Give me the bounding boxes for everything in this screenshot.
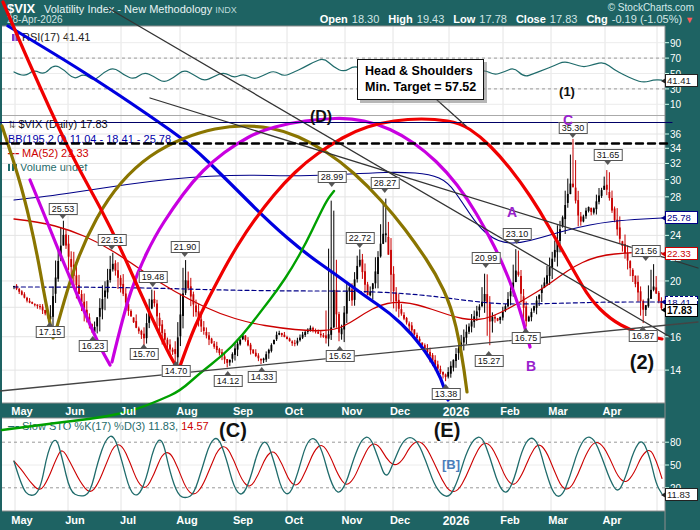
rsi-indicator-icon	[12, 34, 19, 41]
quote-label: Open	[320, 13, 348, 25]
month-axis-strip-osc	[0, 511, 700, 530]
sto-line-icon: —	[8, 420, 19, 432]
updown-arrows-icon: ⇅	[8, 119, 16, 130]
change-down-triangle-icon[interactable]: ▼	[685, 15, 694, 25]
date-label: 28-Apr-2026	[7, 14, 63, 25]
quote-label: High	[388, 13, 412, 25]
volume-bars-icon	[8, 163, 17, 171]
quote-value: 17.78	[479, 13, 507, 25]
price-and-rsi-panel	[2, 26, 665, 403]
quote-label: Close	[516, 13, 546, 25]
ma-line-icon: —	[8, 147, 19, 159]
exchange-label: INDX	[215, 5, 237, 15]
quote-label: Low	[453, 13, 475, 25]
month-axis-strip-main	[0, 403, 700, 418]
bollinger-legend: BB(195,2.0) 11.04 - 18.41 - 25.78	[8, 133, 171, 146]
rsi-legend: RSI(17) 41.41	[12, 31, 90, 44]
head-and-shoulders-annotation: Head & Shoulders Min. Target = 57.52	[357, 59, 484, 100]
ohlc-quote-row: Open18.30High19.43Low17.78Close17.83Chg-…	[311, 13, 694, 25]
quote-value: -0.19 (-1.05%)	[612, 13, 682, 25]
price-axis-strip	[665, 26, 700, 530]
stochastic-legend: —Slow STO %K(17) %D(3) 11.83, 14.57	[8, 420, 209, 433]
copyright-label: © StockCharts.com	[608, 2, 694, 13]
quote-value: 19.43	[417, 13, 445, 25]
stockcharts-vix-chart: $VIX Volatility Index - New Methodology …	[0, 0, 700, 530]
header: $VIX Volatility Index - New Methodology …	[0, 0, 700, 26]
ma-legend: —MA(52) 22.33	[8, 147, 89, 160]
quote-value: 18.30	[352, 13, 380, 25]
price-legend: ⇅$VIX (Daily) 17.83	[8, 118, 108, 131]
quote-label: Chg	[586, 13, 607, 25]
quote-value: 17.83	[550, 13, 578, 25]
volume-legend: Volume undef	[8, 161, 87, 174]
chart-title: Volatility Index - New Methodology INDX	[44, 3, 237, 15]
